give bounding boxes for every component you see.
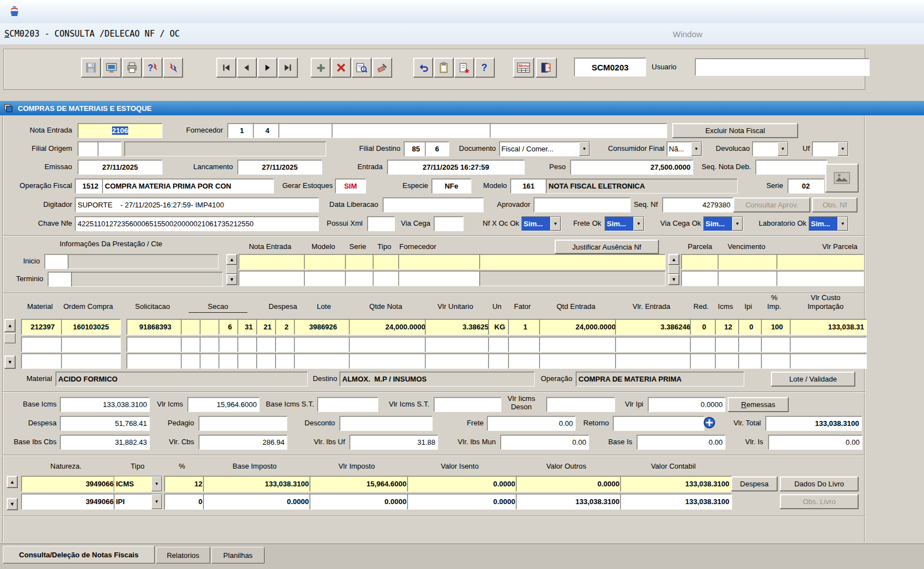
terminio-field[interactable] xyxy=(48,272,74,287)
chevron-down-icon[interactable]: ▼ xyxy=(837,142,848,156)
excluir-nota-fiscal-button[interactable]: Excluir Nota Fiscal xyxy=(672,123,798,138)
dados-do-livro-button[interactable]: Dados Do Livro xyxy=(780,476,859,491)
consumidor-final-value[interactable]: Nã... xyxy=(667,142,691,156)
documento-select[interactable]: Fiscal / Comer...▼ xyxy=(499,141,590,156)
item-vlr-entrada-cell[interactable]: 3.386246 xyxy=(615,319,693,335)
aprovador-field[interactable] xyxy=(534,197,631,212)
chevron-down-icon[interactable]: ▼ xyxy=(778,142,788,156)
serie-field[interactable]: 02 xyxy=(788,179,824,194)
data-liberacao-field[interactable] xyxy=(383,197,484,212)
base-icms-st-field[interactable] xyxy=(317,397,378,412)
chevron-down-icon[interactable]: ▼ xyxy=(151,494,162,509)
insert-record-button[interactable] xyxy=(311,58,331,78)
item-cell[interactable] xyxy=(61,337,121,352)
devolucao-select[interactable]: ▼ xyxy=(752,141,789,156)
exit-button[interactable] xyxy=(536,58,557,78)
inicio-field[interactable] xyxy=(44,254,71,269)
tax-scroll-up[interactable]: ▲ xyxy=(7,476,18,488)
base-ibs-cbs-field[interactable]: 31,882.43 xyxy=(60,435,150,450)
especie-field[interactable]: NFe xyxy=(431,179,471,194)
form-properties-button[interactable] xyxy=(454,58,474,78)
tax-outros-cell[interactable]: 0.0000 xyxy=(516,476,622,492)
emissao-field[interactable]: 27/11/2025 xyxy=(78,160,163,175)
item-cell[interactable] xyxy=(615,337,693,352)
modelo-code-field[interactable]: 161 xyxy=(510,179,547,194)
add-retorno-icon[interactable] xyxy=(703,416,715,430)
via-cega-field[interactable] xyxy=(434,216,464,231)
window-menu[interactable]: Window xyxy=(673,23,739,44)
item-cell[interactable] xyxy=(425,353,491,369)
tab-relatorios[interactable]: Relatorios xyxy=(156,547,210,563)
tax-isento-cell[interactable]: 0.0000 xyxy=(407,494,518,510)
fornecedor-code-field[interactable]: 1 xyxy=(227,123,256,138)
operacao-fiscal-code-field[interactable]: 1512 xyxy=(75,179,106,194)
tax-isento-cell[interactable]: 0.0000 xyxy=(407,476,518,492)
tax-natureza-cell[interactable]: 3949066 xyxy=(21,476,116,492)
item-cell[interactable] xyxy=(508,353,542,369)
item-material-cell[interactable]: 212397 xyxy=(21,319,64,335)
parcela-row1-parcela[interactable] xyxy=(681,254,721,270)
desconto-field[interactable] xyxy=(339,416,433,431)
parcela-scroll-up[interactable]: ▲ xyxy=(668,254,679,265)
remessas-button[interactable]: Remessas xyxy=(728,397,789,412)
nf-row2-modelo[interactable] xyxy=(304,271,348,286)
item-cell[interactable] xyxy=(738,353,764,369)
gerar-estoques-field[interactable]: SIM xyxy=(335,179,366,194)
vlr-ibs-mun-field[interactable]: 0.00 xyxy=(500,435,589,450)
first-record-button[interactable] xyxy=(216,58,236,78)
item-cell[interactable] xyxy=(539,353,618,369)
chevron-down-icon[interactable]: ▼ xyxy=(151,476,162,491)
despesa-field[interactable]: 51,768.41 xyxy=(60,416,150,431)
tax-contabil-cell[interactable]: 133,038.3100 xyxy=(620,476,732,492)
item-pct-imp-cell[interactable]: 100 xyxy=(761,319,793,335)
execute-query-button[interactable]: ? xyxy=(143,58,163,78)
nf-row2-tipo[interactable] xyxy=(373,271,402,286)
tax-scroll-down[interactable]: ▼ xyxy=(7,498,18,510)
chevron-down-icon[interactable]: ▼ xyxy=(837,217,848,231)
menu-button[interactable]: Menu xyxy=(513,58,534,78)
uf-select[interactable]: ▼ xyxy=(812,141,849,156)
clear-record-button[interactable] xyxy=(372,58,392,78)
nf-row1-fornecedor-name[interactable] xyxy=(479,254,666,270)
item-vlr-unitario-cell[interactable]: 3.38625 xyxy=(425,319,491,335)
vlr-icms-st-field[interactable] xyxy=(434,397,501,412)
documento-value[interactable]: Fiscal / Comer... xyxy=(500,142,579,156)
item-lote-cell[interactable]: 3986926 xyxy=(294,319,352,335)
filial-destino-store-field[interactable]: 6 xyxy=(425,141,449,156)
consumidor-final-select[interactable]: Nã...▼ xyxy=(667,141,702,156)
item-cell[interactable] xyxy=(539,337,618,352)
item-cell[interactable] xyxy=(715,337,742,352)
tax-tipo-value[interactable]: IPI xyxy=(114,494,151,509)
item-cell[interactable] xyxy=(294,337,352,352)
print-button[interactable] xyxy=(122,58,142,78)
parcela-row1-vencimento[interactable] xyxy=(718,254,780,270)
tax-tipo-value[interactable]: ICMS xyxy=(114,476,151,491)
base-icms-field[interactable]: 133,038.3100 xyxy=(60,397,150,412)
save-button[interactable] xyxy=(81,58,101,78)
item-red-cell[interactable]: 0 xyxy=(690,319,718,335)
chevron-down-icon[interactable]: ▼ xyxy=(579,142,590,156)
item-solicitacao-cell[interactable]: 91868393 xyxy=(126,319,184,335)
vlr-icms-deson-field[interactable] xyxy=(546,397,615,412)
usuario-input[interactable] xyxy=(695,58,870,76)
item-icms-cell[interactable]: 12 xyxy=(715,319,742,335)
nf-scroll-up[interactable]: ▲ xyxy=(226,254,237,265)
seq-nf-field[interactable]: 4279380 xyxy=(662,197,733,212)
obs-livro-button[interactable]: Obs. Livro xyxy=(780,494,859,509)
possui-xml-field[interactable] xyxy=(367,216,395,231)
vlr-total-field[interactable]: 133,038.3100 xyxy=(765,416,862,431)
tax-pct-cell[interactable]: 12 xyxy=(164,476,205,492)
retorno-field[interactable] xyxy=(613,416,704,431)
seq-nota-deb-field[interactable] xyxy=(755,160,827,175)
vlr-cbs-field[interactable]: 286.94 xyxy=(199,435,287,450)
chave-nfe-field[interactable]: 4225110127235600065155002000002106173521… xyxy=(75,216,319,231)
item-cell[interactable] xyxy=(690,353,718,369)
help-button[interactable]: ? xyxy=(475,58,495,78)
item-vlr-custo-cell[interactable]: 133,038.31 xyxy=(790,319,867,335)
item-ordem-compra-cell[interactable]: 160103025 xyxy=(61,319,121,335)
nota-entrada-field[interactable]: 2106 xyxy=(78,123,163,138)
nf-row2-serie[interactable] xyxy=(345,271,376,286)
uf-value[interactable] xyxy=(813,142,837,156)
nf-row1-nota[interactable] xyxy=(238,254,307,270)
tax-base-cell[interactable]: 0.0000 xyxy=(203,494,312,510)
